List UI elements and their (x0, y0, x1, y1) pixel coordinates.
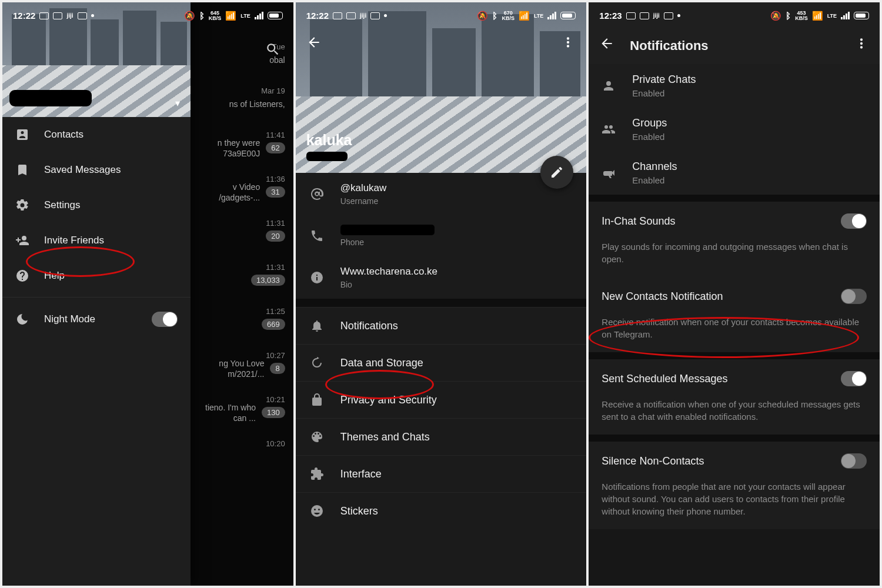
edit-fab[interactable] (540, 156, 573, 189)
settings-item-interface[interactable]: Interface (296, 455, 587, 492)
data-rate: 670KB/S (502, 11, 514, 21)
chat-time: 11:31 (266, 263, 285, 272)
more-button[interactable] (854, 36, 869, 54)
chat-row[interactable]: 11:3120 (191, 214, 293, 258)
divider (2, 297, 191, 298)
redacted-name (9, 90, 92, 106)
bluetooth-icon: ᛒ (492, 11, 497, 21)
username-label: Username (340, 196, 387, 206)
youtube-icon (640, 12, 649, 19)
contacts-icon (15, 128, 29, 142)
search-button[interactable] (261, 38, 285, 61)
bio-row[interactable]: Www.techarena.co.keBio (296, 256, 587, 299)
item-subtitle: Enabled (632, 175, 677, 185)
add-person-icon (15, 233, 29, 248)
settings-item-privacy[interactable]: Privacy and Security (296, 381, 587, 418)
notif-groups[interactable]: GroupsEnabled (589, 108, 880, 151)
item-subtitle: Enabled (632, 132, 667, 142)
row-label: Sent Scheduled Messages (602, 373, 727, 385)
expand-icon[interactable]: ▾ (175, 98, 180, 109)
settings-item-data[interactable]: Data and Storage (296, 344, 587, 381)
app-icon (664, 12, 673, 19)
chat-row[interactable]: 11:25669 (191, 302, 293, 346)
app-icon (78, 12, 87, 19)
bluetooth-icon: ᛒ (786, 11, 791, 21)
mute-icon: 🔕 (184, 11, 195, 21)
drawer-label: Contacts (44, 129, 83, 141)
status-time: 12:22 (306, 11, 329, 21)
drawer-label: Settings (44, 199, 80, 211)
inchat-sounds-row[interactable]: In-Chat Sounds (589, 202, 880, 240)
scheduled-row[interactable]: Sent Scheduled Messages (589, 359, 880, 398)
chat-row[interactable]: 11:41n they were 73a9E00J62 (191, 126, 293, 170)
item-title: Channels (632, 161, 677, 173)
silence-toggle[interactable] (841, 453, 867, 469)
silence-row[interactable]: Silence Non-Contacts (589, 442, 880, 480)
chat-time: 11:36 (266, 175, 285, 183)
settings-item-stickers[interactable]: Stickers (296, 492, 587, 529)
drawer-item-invite[interactable]: Invite Friends (2, 223, 191, 258)
app-icon (370, 12, 380, 19)
drawer-item-saved[interactable]: Saved Messages (2, 152, 191, 188)
notif-private-chats[interactable]: Private ChatsEnabled (589, 64, 880, 108)
back-button[interactable] (306, 35, 322, 52)
chat-snippet: ng You Love m/2021/... (193, 358, 264, 379)
profile-name: kaluka (306, 132, 352, 149)
battery-icon (854, 12, 869, 19)
chat-snippet: n they were 73a9E00J (191, 138, 260, 159)
row-label: Silence Non-Contacts (602, 455, 704, 467)
chat-time: 10:20 (266, 439, 285, 448)
drawer-item-contacts[interactable]: Contacts (2, 117, 191, 152)
chat-row[interactable]: 10:21tieno. I'm who can ...130 (191, 390, 293, 435)
inchat-sounds-toggle[interactable] (841, 213, 867, 229)
moon-icon (15, 312, 29, 326)
chat-row[interactable]: Mar 19ns of Listeners, (191, 82, 293, 126)
chat-snippet: v Video /gadgets-... (191, 182, 260, 203)
status-time: 12:23 (599, 11, 622, 21)
settings-item-themes[interactable]: Themes and Chats (296, 418, 587, 455)
unread-badge: 20 (266, 230, 285, 242)
chat-snippet: ns of Listeners, (229, 99, 285, 109)
jiji-icon: jiji (360, 12, 366, 19)
row-label: In-Chat Sounds (602, 215, 675, 228)
settings-label: Interface (340, 468, 382, 480)
phone-row[interactable]: Phone (296, 215, 587, 256)
bookmark-icon (15, 163, 29, 177)
palette-icon (310, 430, 324, 444)
status-bar: 12:22 jiji 🔕 ᛒ 645KB/S 📶 LTE (2, 2, 293, 29)
bio-value: Www.techarena.co.ke (340, 266, 437, 278)
screenshot-1-drawer: 12:22 jiji 🔕 ᛒ 645KB/S 📶 LTE ▾ (2, 2, 293, 586)
drawer-item-night-mode[interactable]: Night Mode (2, 301, 191, 338)
notif-dot-icon (384, 14, 387, 17)
notif-dot-icon (91, 14, 94, 17)
chat-snippet: tieno. I'm who can ... (191, 402, 256, 423)
chat-time: 10:21 (266, 395, 285, 404)
sticker-icon (310, 504, 324, 518)
drawer-label: Saved Messages (44, 164, 121, 176)
scheduled-toggle[interactable] (841, 371, 867, 386)
row-description: Receive a notification when one of your … (589, 398, 880, 435)
chat-row[interactable]: 10:27ng You Love m/2021/...8 (191, 346, 293, 390)
status-time: 12:22 (13, 11, 35, 21)
unread-badge: 669 (262, 319, 285, 330)
chat-row[interactable]: 11:36v Video /gadgets-...31 (191, 170, 293, 214)
drawer-item-settings[interactable]: Settings (2, 188, 191, 223)
chat-row[interactable]: 11:3113,033 (191, 258, 293, 302)
gear-icon (15, 198, 29, 212)
notif-channels[interactable]: ChannelsEnabled (589, 151, 880, 195)
page-title: Notifications (630, 38, 708, 54)
settings-label: Themes and Chats (340, 431, 430, 443)
section-separator (589, 352, 880, 359)
night-mode-toggle[interactable] (152, 312, 178, 327)
settings-item-notifications[interactable]: Notifications (296, 307, 587, 344)
row-description: Notifications from people that are not y… (589, 480, 880, 529)
megaphone-icon (602, 166, 616, 180)
jiji-icon: jiji (653, 12, 660, 19)
back-button[interactable] (599, 36, 614, 54)
status-bar: 12:23 jiji 🔕 ᛒ 453KB/S 📶 LTE (589, 2, 880, 29)
drawer-item-help[interactable]: Help (2, 258, 191, 293)
new-contacts-row[interactable]: New Contacts Notification (589, 277, 880, 316)
chat-row[interactable]: 10:20 (191, 435, 293, 479)
new-contacts-toggle[interactable] (841, 289, 867, 304)
more-button[interactable] (560, 35, 576, 52)
